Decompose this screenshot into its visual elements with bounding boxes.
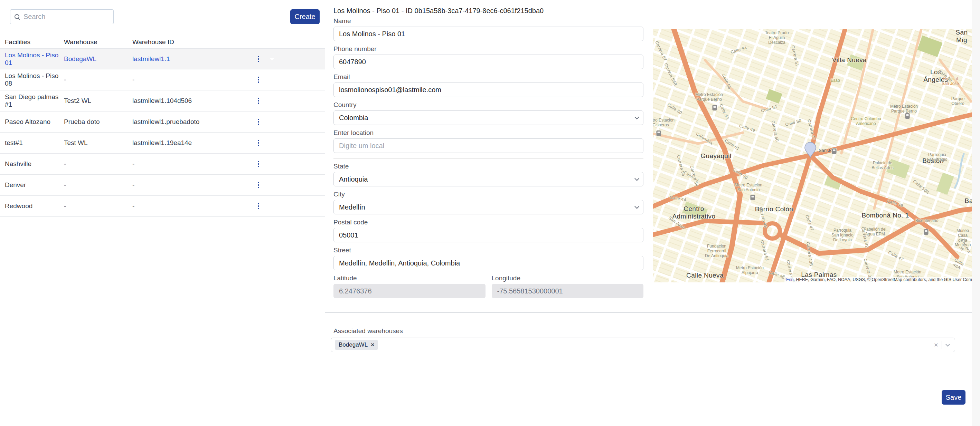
latitude-label: Latitude	[334, 274, 485, 282]
search-input[interactable]	[24, 13, 109, 21]
esri-link[interactable]: Esri	[786, 277, 794, 282]
facilities-panel: Create Facilities Warehouse Warehouse ID…	[0, 0, 325, 412]
table-row[interactable]: Redwood--	[0, 196, 325, 217]
email-label: Email	[334, 73, 643, 81]
row-actions-menu-icon[interactable]	[256, 201, 261, 211]
warehouse-tag-label: BodegaWL	[339, 341, 368, 348]
metro-station-icon	[713, 105, 717, 111]
warehouse-name: Test WL	[64, 139, 132, 147]
table-row[interactable]: Nashville--	[0, 154, 325, 175]
table-row[interactable]: Los Molinos - Piso 08--	[0, 70, 325, 90]
country-label: Country	[334, 101, 643, 109]
warehouse-id: lastmilewl1.19ea14e	[132, 139, 257, 147]
facility-name: Denver	[5, 181, 64, 189]
postal-code-label: Postal code	[334, 219, 643, 226]
country-value: Colombia	[339, 114, 368, 122]
facility-name: Redwood	[5, 202, 64, 210]
facility-form: Name Phone number Email Country Colombia…	[334, 13, 643, 298]
warehouse-name: Test2 WL	[64, 97, 132, 105]
city-label: City	[334, 190, 643, 198]
warehouse-name: -	[64, 76, 132, 84]
chevron-down-icon	[635, 176, 639, 181]
table-row[interactable]: Denver--	[0, 175, 325, 196]
table-row[interactable]: Los Molinos - Piso 01BodegaWLlastmilewl1…	[0, 48, 325, 70]
chevron-down-icon[interactable]	[945, 342, 950, 347]
search-icon	[14, 14, 20, 20]
row-actions-menu-icon[interactable]	[256, 74, 261, 85]
name-field[interactable]	[334, 27, 643, 41]
warehouse-id: -	[132, 181, 257, 189]
row-actions-menu-icon[interactable]	[256, 180, 261, 190]
metro-station-icon	[751, 195, 755, 200]
warehouse-id: lastmilewl1.104d506	[132, 97, 257, 105]
section-divider	[325, 312, 972, 313]
warehouse-id: lastmilewl1.1	[132, 55, 257, 63]
row-caret-icon[interactable]	[269, 58, 274, 60]
warehouse-name: Prueba doto	[64, 118, 132, 126]
warehouse-id: -	[132, 202, 257, 210]
scrollbar-track[interactable]	[972, 0, 980, 426]
metro-station-icon	[924, 229, 929, 235]
metro-station-icon	[657, 130, 661, 136]
facility-name: test#1	[5, 139, 64, 147]
facility-name: Los Molinos - Piso 08	[5, 72, 64, 87]
warehouse-name: BodegaWL	[64, 55, 132, 63]
associated-warehouses-select[interactable]: BodegaWL× ×	[331, 337, 955, 352]
table-row[interactable]: San Diego palmas #1Test2 WLlastmilewl1.1…	[0, 90, 325, 111]
map[interactable]: San MigVilla NuevaLos ÁngelesGuayaquilBo…	[653, 29, 972, 282]
street-label: Street	[334, 247, 643, 254]
location-label: Enter location	[334, 129, 643, 137]
city-select[interactable]: Medellín	[334, 200, 643, 214]
save-button[interactable]: Save	[942, 390, 966, 405]
facility-name: Los Molinos - Piso 01	[5, 51, 64, 67]
table-row[interactable]: Paseo AltozanoPrueba dotolastmilewl1.pru…	[0, 111, 325, 133]
chevron-down-icon	[635, 115, 639, 119]
chevron-down-icon	[635, 204, 639, 209]
row-actions-menu-icon[interactable]	[256, 159, 261, 169]
country-select[interactable]: Colombia	[334, 111, 643, 125]
email-field[interactable]	[334, 82, 643, 97]
map-attribution: Esri, HERE, Garmin, FAO, NOAA, USGS, © O…	[784, 277, 972, 282]
state-value: Antioquia	[339, 175, 368, 183]
warehouse-id: lastmilewl1.pruebadoto	[132, 118, 257, 126]
row-actions-menu-icon[interactable]	[256, 54, 261, 64]
street-field[interactable]	[334, 256, 643, 270]
phone-label: Phone number	[334, 45, 643, 53]
row-actions-menu-icon[interactable]	[256, 138, 261, 148]
column-header-warehouse-id: Warehouse ID	[132, 38, 257, 46]
longitude-label: Longitude	[492, 274, 644, 282]
create-button[interactable]: Create	[290, 10, 320, 24]
facility-name: Paseo Altozano	[5, 118, 64, 126]
facility-name: San Diego palmas #1	[5, 93, 64, 108]
state-label: State	[334, 163, 643, 170]
metro-station-icon	[905, 113, 910, 119]
facilities-table-header: Facilities Warehouse Warehouse ID	[0, 36, 325, 48]
phone-field[interactable]	[334, 55, 643, 69]
city-value: Medellín	[339, 203, 365, 211]
row-actions-menu-icon[interactable]	[256, 117, 261, 127]
table-row[interactable]: test#1Test WLlastmilewl1.19ea14e	[0, 133, 325, 154]
warehouse-name: -	[64, 202, 132, 210]
remove-tag-icon[interactable]: ×	[371, 341, 374, 348]
location-input[interactable]	[334, 138, 643, 153]
associated-warehouses-label: Associated warehouses	[334, 327, 403, 335]
select-separator	[942, 341, 942, 349]
column-header-facilities: Facilities	[5, 38, 64, 46]
postal-code-field[interactable]	[334, 228, 643, 242]
map-canvas	[653, 29, 972, 282]
warehouse-id: -	[132, 160, 257, 168]
latitude-field	[334, 284, 485, 298]
column-header-warehouse: Warehouse	[64, 38, 132, 46]
facilities-table: Los Molinos - Piso 01BodegaWLlastmilewl1…	[0, 48, 325, 217]
name-label: Name	[334, 17, 643, 25]
warehouse-name: -	[64, 160, 132, 168]
warehouse-tag: BodegaWL×	[335, 340, 378, 350]
clear-icon[interactable]: ×	[934, 341, 938, 349]
facility-name: Nashville	[5, 160, 64, 168]
metro-station-icon	[832, 149, 837, 154]
attribution-text: , HERE, Garmin, FAO, NOAA, USGS, © OpenS…	[794, 277, 972, 282]
warehouse-id: -	[132, 76, 257, 84]
row-actions-menu-icon[interactable]	[256, 96, 261, 106]
state-select[interactable]: Antioquia	[334, 172, 643, 187]
search-box[interactable]	[10, 10, 114, 24]
